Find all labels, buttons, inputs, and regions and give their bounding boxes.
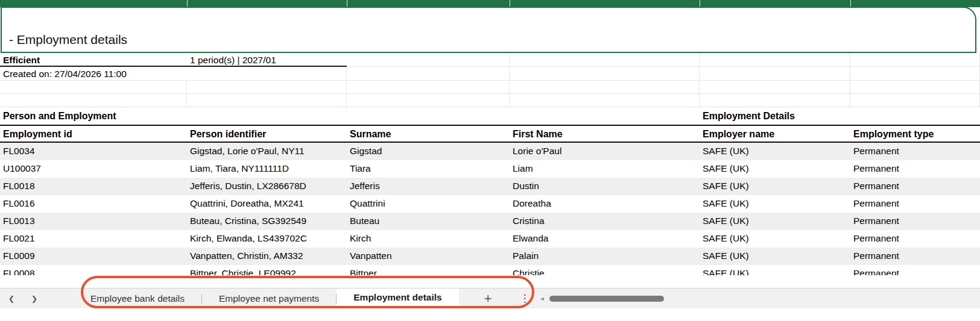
empty-cell[interactable] xyxy=(347,81,510,94)
empty-cell[interactable] xyxy=(510,94,700,107)
column-header-employment-type[interactable]: Employment type xyxy=(850,126,980,142)
cell-employer-name[interactable]: SAFE (UK) xyxy=(700,265,850,275)
cell-employer-name[interactable]: SAFE (UK) xyxy=(700,230,850,248)
more-icon[interactable]: ⋮ xyxy=(520,293,530,304)
cell-employment-type[interactable]: Permanent xyxy=(850,160,980,178)
cell-first-name[interactable]: Cristina xyxy=(510,213,700,230)
cell-surname[interactable]: Vanpatten xyxy=(347,248,510,265)
empty-cell[interactable] xyxy=(187,67,347,81)
cell-first-name[interactable]: Liam xyxy=(510,160,700,178)
cell-employment-type[interactable]: Permanent xyxy=(850,178,980,195)
section-right-title[interactable]: Employment Details xyxy=(700,107,850,125)
cell-person-identifier[interactable]: Quattrini, Doreatha, MX241 xyxy=(187,195,347,213)
cell-employment-type[interactable]: Permanent xyxy=(850,248,980,265)
empty-cell[interactable] xyxy=(347,53,510,67)
cell-employer-name[interactable]: SAFE (UK) xyxy=(700,213,850,230)
empty-cell[interactable] xyxy=(510,53,700,67)
column-header-surname[interactable]: Surname xyxy=(347,126,510,142)
sheet-tab-employee-bank-details[interactable]: Employee bank details xyxy=(74,288,201,308)
cell-employer-name[interactable]: SAFE (UK) xyxy=(700,160,850,178)
cell-employment-type[interactable]: Permanent xyxy=(850,265,980,275)
cell-employment-id[interactable]: FL0013 xyxy=(0,213,187,230)
cell-employer-name[interactable]: SAFE (UK) xyxy=(700,195,850,213)
cell-person-identifier[interactable]: Kirch, Elwanda, LS439702C xyxy=(187,230,347,248)
empty-cell[interactable] xyxy=(0,81,187,94)
report-name-cell[interactable]: Efficient xyxy=(0,53,187,67)
table-row: FL0008 Bittner, Christie, LE09992 Bittne… xyxy=(0,265,980,275)
cell-employer-name[interactable]: SAFE (UK) xyxy=(700,248,850,265)
sheet-tab-employment-details[interactable]: Employment details xyxy=(337,288,458,308)
sheet-tabs: Employee bank details Employee net payme… xyxy=(74,288,459,308)
cell-first-name[interactable]: Palain xyxy=(510,248,700,265)
empty-cell[interactable] xyxy=(850,67,980,81)
cell-employment-id[interactable]: FL0021 xyxy=(0,230,187,248)
cell-surname[interactable]: Bittner xyxy=(347,265,510,275)
cell-employment-type[interactable]: Permanent xyxy=(850,195,980,213)
sheet-tab-employee-net-payments[interactable]: Employee net payments xyxy=(202,288,336,308)
empty-cell[interactable] xyxy=(700,53,850,67)
report-period-cell[interactable]: 1 period(s) | 2027/01 xyxy=(187,53,347,67)
table-row: U100037 Liam, Tiara, NY111111D Tiara Lia… xyxy=(0,160,980,178)
cell-surname[interactable]: Buteau xyxy=(347,213,510,230)
cell-employment-id[interactable]: FL0016 xyxy=(0,195,187,213)
cell-person-identifier[interactable]: Bittner, Christie, LE09992 xyxy=(187,265,347,275)
empty-cell[interactable] xyxy=(0,94,187,107)
empty-row xyxy=(0,81,980,94)
cell-surname[interactable]: Kirch xyxy=(347,230,510,248)
cell-employment-id[interactable]: FL0008 xyxy=(0,265,187,275)
section-left-title[interactable]: Person and Employment xyxy=(0,107,700,125)
cell-employment-id[interactable]: FL0034 xyxy=(0,143,187,160)
cell-employment-id[interactable]: FL0018 xyxy=(0,178,187,195)
cell-surname[interactable]: Tiara xyxy=(347,160,510,178)
empty-cell[interactable] xyxy=(347,94,510,107)
cell-employment-type[interactable]: Permanent xyxy=(850,143,980,160)
empty-cell[interactable] xyxy=(850,94,980,107)
empty-cell[interactable] xyxy=(700,94,850,107)
table-row: FL0018 Jefferis, Dustin, LX286678D Jeffe… xyxy=(0,178,980,195)
section-header-row: Person and Employment Employment Details xyxy=(0,107,980,125)
add-sheet-icon[interactable]: + xyxy=(484,292,492,305)
prev-sheet-icon[interactable]: ❮ xyxy=(8,295,14,303)
cell-surname[interactable]: Quattrini xyxy=(347,195,510,213)
table-row: FL0034 Gigstad, Lorie o'Paul, NY11 Gigst… xyxy=(0,143,980,160)
hscroll-track[interactable]: ◄ xyxy=(540,296,980,302)
column-header-first-name[interactable]: First Name xyxy=(510,126,700,142)
created-on-cell[interactable]: Created on: 27/04/2026 11:00 xyxy=(0,67,187,81)
empty-cell[interactable] xyxy=(187,94,347,107)
cell-first-name[interactable]: Doreatha xyxy=(510,195,700,213)
cell-person-identifier[interactable]: Jefferis, Dustin, LX286678D xyxy=(187,178,347,195)
empty-cell[interactable] xyxy=(510,67,700,81)
column-header-person-identifier[interactable]: Person identifier xyxy=(187,126,347,142)
cell-employment-id[interactable]: U100037 xyxy=(0,160,187,178)
next-sheet-icon[interactable]: ❯ xyxy=(31,295,37,303)
created-on-row: Created on: 27/04/2026 11:00 xyxy=(0,67,980,81)
cell-person-identifier[interactable]: Vanpatten, Christin, AM332 xyxy=(187,248,347,265)
cell-surname[interactable]: Jefferis xyxy=(347,178,510,195)
cell-first-name[interactable]: Elwanda xyxy=(510,230,700,248)
table-row: FL0013 Buteau, Cristina, SG392549 Buteau… xyxy=(0,213,980,230)
cell-employment-id[interactable]: FL0009 xyxy=(0,248,187,265)
cell-employer-name[interactable]: SAFE (UK) xyxy=(700,178,850,195)
empty-cell[interactable] xyxy=(187,81,347,94)
empty-cell[interactable] xyxy=(850,107,980,125)
scroll-left-icon[interactable]: ◄ xyxy=(540,296,545,302)
cell-person-identifier[interactable]: Liam, Tiara, NY111111D xyxy=(187,160,347,178)
cell-surname[interactable]: Gigstad xyxy=(347,143,510,160)
empty-cell[interactable] xyxy=(347,67,510,81)
cell-first-name[interactable]: Christie xyxy=(510,265,700,275)
empty-cell[interactable] xyxy=(700,67,850,81)
cell-first-name[interactable]: Dustin xyxy=(510,178,700,195)
empty-cell[interactable] xyxy=(700,81,850,94)
cell-employer-name[interactable]: SAFE (UK) xyxy=(700,143,850,160)
column-header-employment-id[interactable]: Employment id xyxy=(0,126,187,142)
cell-employment-type[interactable]: Permanent xyxy=(850,230,980,248)
empty-cell[interactable] xyxy=(850,81,980,94)
cell-person-identifier[interactable]: Buteau, Cristina, SG392549 xyxy=(187,213,347,230)
cell-first-name[interactable]: Lorie o'Paul xyxy=(510,143,700,160)
cell-employment-type[interactable]: Permanent xyxy=(850,213,980,230)
column-header-employer-name[interactable]: Employer name xyxy=(700,126,850,142)
hscroll-thumb[interactable] xyxy=(549,296,664,302)
empty-cell[interactable] xyxy=(510,81,700,94)
empty-cell[interactable] xyxy=(850,53,980,67)
cell-person-identifier[interactable]: Gigstad, Lorie o'Paul, NY11 xyxy=(187,143,347,160)
